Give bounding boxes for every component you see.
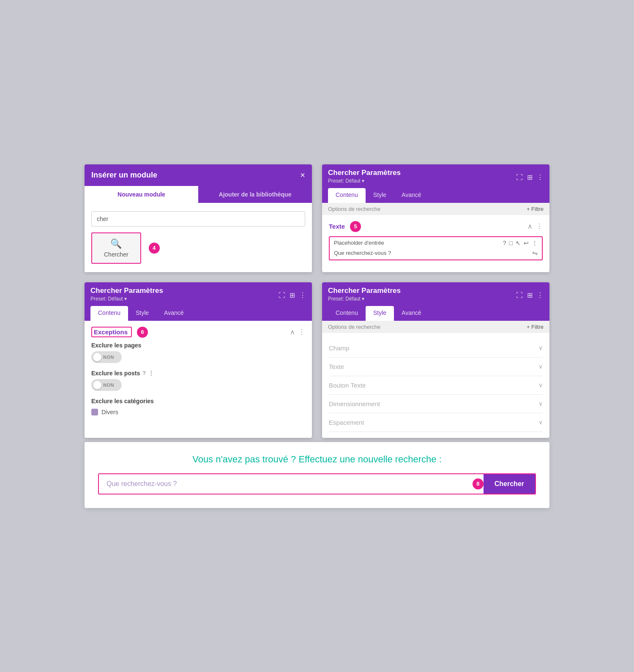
- help-icon-posts[interactable]: ?: [142, 370, 146, 376]
- tab-nouveau-module[interactable]: Nouveau module: [85, 186, 198, 203]
- grid-icon-4[interactable]: ⊞: [527, 291, 533, 299]
- panel4-title-block: Chercher Paramètres Preset: Défaut ▾: [328, 287, 401, 304]
- more-icon-4[interactable]: ⋮: [537, 291, 544, 299]
- placeholder-value-text: Que recherchez-vous ?: [334, 250, 391, 256]
- fullscreen-icon[interactable]: ⛶: [516, 174, 523, 181]
- panel3-body: Exceptions 6 ∧ ⋮ Exclure les pages NON: [85, 321, 312, 430]
- edit-icon[interactable]: ⇋: [532, 249, 538, 257]
- panel2-body: Texte 5 ∧ ⋮ Placeholder d'entrée ? □ ↖ ↩: [322, 215, 549, 266]
- bottom-search-row: 8 Chercher: [98, 473, 536, 494]
- chevron-down-icon-1: ∨: [538, 363, 543, 370]
- panel2-search-options-bar: Options de recherche + Filtre: [322, 203, 549, 215]
- module-search-input[interactable]: [91, 211, 305, 227]
- panel3-preset[interactable]: Preset: Défaut ▾: [90, 296, 163, 304]
- more-options-icon[interactable]: ⋮: [532, 240, 538, 246]
- filtre-button-4[interactable]: + Filtre: [527, 324, 544, 330]
- mobile-icon[interactable]: □: [509, 240, 513, 246]
- panel2-search-options-label: Options de recherche: [328, 206, 380, 212]
- toggle-exclure-posts[interactable]: NON: [91, 379, 122, 391]
- tab-bibliotheque[interactable]: Ajouter de la bibliothèque: [198, 186, 312, 203]
- toggle-exclure-pages[interactable]: NON: [91, 351, 122, 363]
- chevron-up-icon[interactable]: ∧: [527, 222, 533, 230]
- panel4-header-row: Chercher Paramètres Preset: Défaut ▾ ⛶ ⊞…: [328, 287, 544, 304]
- fullscreen-icon-3[interactable]: ⛶: [279, 292, 285, 299]
- exclure-posts-row: Exclure les posts ? ⋮ NON: [91, 370, 305, 391]
- panel4-tabs: Contenu Style Avancé: [328, 306, 544, 321]
- panel-chercher-style: Chercher Paramètres Preset: Défaut ▾ ⛶ ⊞…: [322, 282, 549, 438]
- accordion-item-1[interactable]: Texte∨: [329, 358, 543, 376]
- panel4-search-options-bar: Options de recherche + Filtre: [322, 321, 549, 333]
- section-more-icon[interactable]: ⋮: [536, 222, 543, 230]
- placeholder-value-row: Que recherchez-vous ? ⇋: [334, 249, 538, 257]
- panel3-title-block: Chercher Paramètres Preset: Défaut ▾: [90, 287, 163, 304]
- badge-6: 6: [137, 327, 148, 338]
- insert-close-button[interactable]: ×: [300, 170, 305, 180]
- filtre-button-2[interactable]: + Filtre: [527, 206, 544, 212]
- insert-tabs: Nouveau module Ajouter de la bibliothèqu…: [85, 186, 312, 203]
- tab-contenu-3[interactable]: Contenu: [90, 306, 128, 321]
- accordion-item-3[interactable]: Dimensionnement∨: [329, 395, 543, 413]
- exclure-categories-row: Exclure les catégories Divers: [91, 398, 305, 417]
- exclure-pages-label: Exclure les pages: [91, 342, 305, 349]
- panel2-icons: ⛶ ⊞ ⋮: [516, 173, 544, 181]
- panel4-header: Chercher Paramètres Preset: Défaut ▾ ⛶ ⊞…: [322, 282, 549, 321]
- exclure-pages-row: Exclure les pages NON: [91, 342, 305, 363]
- accordion-item-2[interactable]: Bouton Texte∨: [329, 376, 543, 395]
- toggle-knob: [93, 353, 101, 361]
- badge-8: 8: [473, 478, 484, 489]
- accordion-label-3: Dimensionnement: [329, 400, 380, 407]
- cursor-icon[interactable]: ↖: [516, 240, 521, 246]
- chevron-down-icon-0: ∨: [538, 344, 543, 351]
- panel4-body: Champ∨Texte∨Bouton Texte∨Dimensionnement…: [322, 333, 549, 438]
- insert-title: Insérer un module: [91, 171, 157, 180]
- toggle-text-posts: NON: [103, 382, 114, 388]
- panel2-title-block: Chercher Paramètres Preset: Défaut ▾: [328, 169, 401, 186]
- chercher-label: Chercher: [104, 251, 128, 258]
- tab-contenu-4[interactable]: Contenu: [328, 306, 366, 321]
- panel4-title: Chercher Paramètres: [328, 287, 401, 295]
- chevron-down-icon-2: ∨: [538, 382, 543, 388]
- tab-avance-3[interactable]: Avancé: [156, 306, 191, 321]
- panel4-icons: ⛶ ⊞ ⋮: [516, 291, 544, 299]
- placeholder-field-box: Placeholder d'entrée ? □ ↖ ↩ ⋮ Que reche…: [329, 236, 543, 260]
- accordion-item-4[interactable]: Espacement∨: [329, 413, 543, 432]
- panel3-icons: ⛶ ⊞ ⋮: [279, 291, 306, 299]
- bottom-search-bar: Vous n'avez pas trouvé ? Effectuez une n…: [85, 442, 549, 508]
- panel2-section-title: Texte: [329, 223, 345, 230]
- panel4-preset[interactable]: Preset: Défaut ▾: [328, 296, 401, 304]
- exclure-posts-label: Exclure les posts ? ⋮: [91, 370, 305, 377]
- dots-icon-posts[interactable]: ⋮: [148, 370, 154, 376]
- tab-avance-4[interactable]: Avancé: [394, 306, 429, 321]
- accordion-item-0[interactable]: Champ∨: [329, 339, 543, 358]
- insert-module-panel: Insérer un module × Nouveau module Ajout…: [85, 164, 312, 272]
- panel3-section-icons: ∧ ⋮: [290, 328, 305, 336]
- toggle-text-pages: NON: [103, 355, 114, 360]
- badge-5: 5: [350, 221, 361, 232]
- more-icon-3[interactable]: ⋮: [299, 291, 306, 299]
- undo-icon[interactable]: ↩: [524, 240, 529, 246]
- badge-4: 4: [149, 243, 160, 254]
- tab-avance-2[interactable]: Avancé: [394, 188, 429, 203]
- grid-icon[interactable]: ⊞: [527, 173, 533, 181]
- tab-style-2[interactable]: Style: [366, 188, 394, 203]
- bottom-search-button[interactable]: Chercher: [484, 474, 535, 494]
- chercher-button[interactable]: 🔍 Chercher: [91, 232, 141, 264]
- bottom-search-input[interactable]: [99, 474, 477, 494]
- more-icon[interactable]: ⋮: [537, 173, 544, 181]
- panel2-preset[interactable]: Preset: Défaut ▾: [328, 178, 401, 186]
- placeholder-label: Placeholder d'entrée: [334, 240, 384, 246]
- panel2-tabs: Contenu Style Avancé: [328, 188, 544, 203]
- tab-style-4[interactable]: Style: [366, 306, 394, 321]
- help-icon[interactable]: ?: [503, 240, 506, 246]
- panel2-section-icons: ∧ ⋮: [527, 222, 543, 230]
- fullscreen-icon-4[interactable]: ⛶: [516, 292, 523, 299]
- chevron-up-icon-3[interactable]: ∧: [290, 328, 295, 336]
- grid-icon-3[interactable]: ⊞: [290, 291, 295, 299]
- chevron-down-icon-4: ∨: [538, 419, 543, 426]
- panel3-section-header: Exceptions 6 ∧ ⋮: [91, 327, 305, 338]
- category-color-dot: [91, 409, 98, 415]
- tab-contenu-2[interactable]: Contenu: [328, 188, 366, 203]
- section-more-icon-3[interactable]: ⋮: [298, 328, 305, 336]
- tab-style-3[interactable]: Style: [128, 306, 156, 321]
- panel2-header: Chercher Paramètres Preset: Défaut ▾ ⛶ ⊞…: [322, 164, 549, 203]
